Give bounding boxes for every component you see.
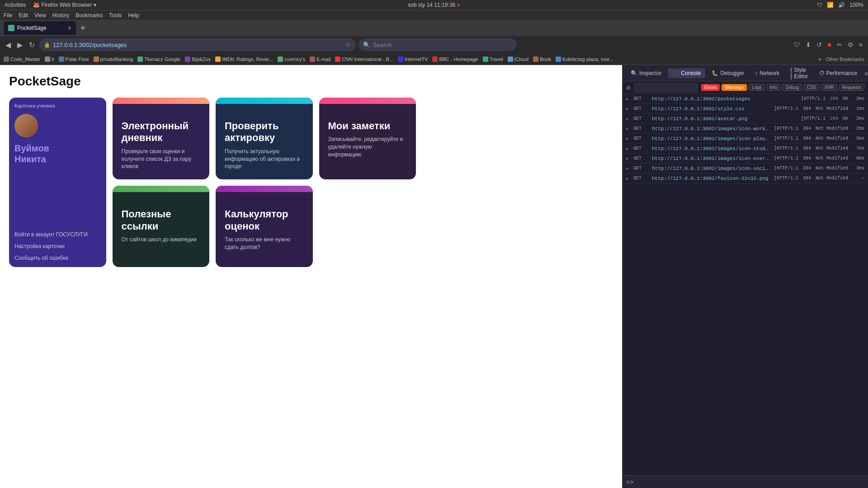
dt-tab-inspector[interactable]: 🔍 Inspector — [626, 68, 666, 78]
filter-logs-btn[interactable]: Logs — [749, 84, 765, 91]
menu-view[interactable]: View — [34, 12, 46, 19]
log-expand-icon[interactable]: ▶ — [626, 136, 631, 141]
filter-debug-btn[interactable]: Debug — [782, 84, 802, 91]
card-diary-desc: Проверьте свои оценки и получите список … — [122, 148, 201, 170]
bookmark-icloud[interactable]: iCloud — [508, 56, 528, 62]
profile-link-gosuslugi[interactable]: Войти в аккаунт ГОСУСЛУГИ — [14, 231, 88, 239]
log-status-text: Not Modified — [816, 136, 848, 141]
bookmark-bipzus[interactable]: Bip&Zus — [185, 56, 211, 62]
menu-bookmarks[interactable]: Bookmarks — [75, 12, 103, 19]
dt-more-tabs-button[interactable]: » — [863, 69, 868, 78]
bookmark-kolobrzeg[interactable]: Kołobrzeg plaza, mor... — [556, 56, 613, 62]
dt-tab-network[interactable]: ↕ Network — [750, 68, 784, 78]
card-diary[interactable]: Электронный дневник Проверьте свои оценк… — [113, 98, 210, 179]
log-entry-3[interactable]: ▶ GET http://127.0.0.1:3002/images/icon-… — [623, 124, 868, 134]
log-entry-4[interactable]: ▶ GET http://127.0.0.1:3002/images/icon-… — [623, 134, 868, 144]
filter-requests-btn[interactable]: Requests — [839, 84, 864, 91]
dt-footer-expand-icon[interactable]: >> — [626, 479, 633, 486]
bookmark-translator[interactable]: Tłumacz Google — [137, 56, 180, 62]
download-button[interactable]: ⬇ — [804, 40, 813, 49]
filter-input[interactable] — [634, 83, 698, 92]
card-check[interactable]: Проверить актировку Получить актуальную … — [216, 98, 313, 179]
log-entry-2[interactable]: ▶ GET http://127.0.0.1:3002/avatar.png [… — [623, 114, 868, 124]
log-expand-icon[interactable]: ▶ — [626, 166, 631, 171]
log-expand-icon[interactable]: ▶ — [626, 116, 631, 122]
card-check-title: Проверить актировку — [225, 120, 304, 144]
log-status-text: Not Modified — [816, 126, 848, 131]
card-links[interactable]: Полезные ссылки От сайтов школ до википе… — [113, 186, 210, 267]
bookmark-polar-flow[interactable]: Polar Flow — [59, 56, 89, 62]
log-expand-icon[interactable]: ▶ — [626, 156, 631, 161]
new-tab-button[interactable]: + — [78, 23, 88, 33]
dt-tab-console[interactable]: ⬛ Console — [668, 68, 705, 78]
bookmark-email[interactable]: E-mail — [310, 56, 330, 62]
other-bookmarks-label[interactable]: Other Bookmarks — [826, 56, 864, 62]
bookmark-it[interactable]: it — [45, 56, 54, 62]
url-input[interactable]: 🔒 127.0.0.1:3002/pocketsages ☆ — [39, 38, 356, 51]
shield-verify-button[interactable]: 🛡 — [792, 40, 802, 49]
tab-bar: PocketSage × + — [0, 20, 868, 36]
dt-tab-style-editor[interactable]: { } Style Editor — [786, 65, 812, 81]
profile-card[interactable]: Карточка ученика Вуймов Никита Войти в а… — [9, 98, 106, 267]
log-status-code: 304 — [803, 156, 811, 161]
card-calc[interactable]: Калькулятор оценок Так сколько же мне ну… — [216, 186, 313, 267]
devtools-marker-button[interactable]: ■ — [826, 40, 833, 49]
menu-file[interactable]: File — [4, 12, 12, 19]
filter-xhr-btn[interactable]: XHR — [821, 84, 837, 91]
activities-label[interactable]: Activities — [5, 2, 26, 8]
bookmark-currency[interactable]: curency's — [278, 56, 305, 62]
bookmark-internettv[interactable]: InternetTV — [398, 56, 428, 62]
filter-warnings-btn[interactable]: Warnings — [722, 84, 747, 91]
filter-errors-btn[interactable]: Errors — [701, 84, 720, 91]
browser-tab-pocketsage[interactable]: PocketSage × — [4, 21, 76, 35]
filter-css-btn[interactable]: CSS — [804, 84, 820, 91]
tab-close-button[interactable]: × — [68, 24, 71, 32]
profile-link-report[interactable]: Сообщить об ошибке — [14, 255, 88, 262]
card-notes-top-bar — [319, 98, 416, 104]
bookmark-bbc[interactable]: BBC - Homepage — [432, 56, 478, 62]
log-expand-icon[interactable]: ▶ — [626, 106, 631, 112]
refresh-button[interactable]: ↺ — [815, 40, 824, 49]
search-input[interactable]: 🔍 Search — [359, 38, 517, 51]
reload-button[interactable]: ↻ — [27, 40, 37, 50]
bookmark-code-master[interactable]: Code_Master — [4, 56, 40, 62]
devtools-panel: 🔍 Inspector ⬛ Console 🐛 Debugger ↕ Netwo… — [622, 65, 868, 488]
log-status-code: 304 — [803, 146, 811, 151]
log-entry-5[interactable]: ▶ GET http://127.0.0.1:3002/images/icon-… — [623, 144, 868, 154]
bookmark-icon — [94, 56, 99, 62]
log-entry-7[interactable]: ▶ GET http://127.0.0.1:3002/images/icon-… — [623, 164, 868, 174]
bookmark-imdb[interactable]: IMDb: Ratings, Revie... — [215, 56, 273, 62]
bookmark-travel[interactable]: Travel — [483, 56, 503, 62]
menu-tools[interactable]: Tools — [109, 12, 122, 19]
bookmark-icon — [335, 56, 340, 62]
menu-help[interactable]: Help — [128, 12, 139, 19]
bookmarks-more-button[interactable]: » — [818, 56, 821, 62]
menu-history[interactable]: History — [52, 12, 69, 19]
profile-link-settings[interactable]: Настройка карточки — [14, 243, 88, 250]
log-entry-0[interactable]: ▶ GET http://127.0.0.1:3002/pocketsages … — [623, 94, 868, 104]
bookmark-cnn[interactable]: CNN International - B... — [335, 56, 393, 62]
filter-info-btn[interactable]: Info — [767, 84, 781, 91]
dt-tab-performance[interactable]: ⏱ Performance — [815, 68, 862, 78]
log-entry-1[interactable]: ▶ GET http://127.0.0.1:3002/style.css [H… — [623, 104, 868, 114]
search-placeholder: Search — [373, 42, 392, 48]
forward-button[interactable]: ▶ — [15, 40, 24, 50]
dt-tab-debugger[interactable]: 🐛 Debugger — [707, 68, 749, 78]
back-button[interactable]: ◀ — [4, 40, 13, 50]
bookmark-private-banking[interactable]: privateBanking — [94, 56, 133, 62]
log-proto: [HTTP/1.1 — [774, 166, 798, 171]
tab-favicon — [8, 25, 14, 31]
menu-edit[interactable]: Edit — [19, 12, 28, 19]
edit-button[interactable]: ✏ — [835, 40, 844, 49]
log-entry-6[interactable]: ▶ GET http://127.0.0.1:3002/images/icon-… — [623, 154, 868, 164]
card-notes[interactable]: Мои заметки Записывайте, редактируйте и … — [319, 98, 416, 179]
bookmark-book[interactable]: Book — [533, 56, 551, 62]
log-expand-icon[interactable]: ▶ — [626, 96, 631, 102]
menu-button[interactable]: ≡ — [857, 40, 864, 49]
bookmark-star-icon[interactable]: ☆ — [345, 41, 351, 48]
log-expand-icon[interactable]: ▶ — [626, 126, 631, 131]
log-entry-8[interactable]: ▶ GET http://127.0.0.1:3002/favicon-32x3… — [623, 174, 868, 183]
log-expand-icon[interactable]: ▶ — [626, 176, 631, 181]
settings-button[interactable]: ⚙ — [846, 40, 855, 49]
log-expand-icon[interactable]: ▶ — [626, 146, 631, 151]
